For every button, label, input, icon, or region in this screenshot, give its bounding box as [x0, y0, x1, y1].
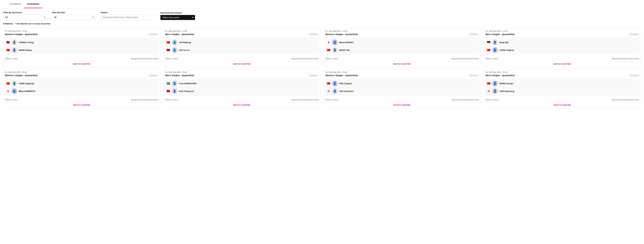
- players-section: 🇸🇪 👤 Truls MOREGARD 🇹🇼 👤 KAO Cheng-Jui: [164, 78, 320, 96]
- download-select[interactable]: Select Document: [160, 15, 195, 20]
- status-badge: Scheduled: [148, 74, 158, 77]
- venue-row: Infinity ∞ Arena Macao East Asian Games …: [163, 56, 321, 61]
- player-avatar: 👤: [332, 88, 338, 94]
- filters-row: Filter By Sub Event All Filter By Date A…: [0, 8, 644, 22]
- player-row: 🇨🇳 👤 SUN Yingsha: [327, 80, 478, 87]
- card-header: Fri, 13th Sep 2024 - 13:05 Men's Singles…: [163, 29, 321, 36]
- player-flag: 🇰🇷: [327, 90, 330, 93]
- venue-name: Infinity ∞ Arena: [165, 58, 178, 60]
- player-flag: 🇯🇵: [327, 41, 330, 44]
- filter-sub-event-select[interactable]: All: [3, 15, 47, 20]
- match-centre-button[interactable]: MATCH CENTRE: [163, 102, 321, 108]
- venue-name: Infinity ∞ Arena: [5, 58, 18, 60]
- player-avatar: 👤: [172, 40, 178, 45]
- venue-location: Macao East Asian Games Dome: [131, 99, 158, 101]
- filter-search: Search: [101, 11, 156, 20]
- player-row: 🇩🇪 👤 Dang QIU: [487, 39, 638, 46]
- player-flag: 🇹🇼: [6, 41, 10, 44]
- player-name: CHENG I-Ching: [19, 41, 34, 44]
- card-title: Women's Singles - Quarterfinal: [326, 74, 358, 77]
- player-flag: 🇨🇳: [6, 82, 10, 85]
- match-card: Fri, 13th Sep 2024 - 13:05 Men's Singles…: [163, 28, 321, 67]
- venue-location: Macao East Asian Games Dome: [292, 99, 318, 101]
- venue-name: Infinity ∞ Arena: [326, 58, 338, 60]
- player-row: 🇨🇳 👤 WANG Yidi: [327, 46, 478, 54]
- player-avatar: 👤: [12, 47, 17, 53]
- filter-sub-event: Filter By Sub Event All: [3, 11, 47, 20]
- tab-completed[interactable]: Completed: [6, 0, 24, 8]
- match-centre-button[interactable]: MATCH CENTRE: [163, 61, 321, 67]
- card-title-row: Men's Singles - Quarterfinal Scheduled: [486, 33, 639, 36]
- card-title-row: Women's Singles - Quarterfinal Scheduled: [326, 33, 479, 36]
- player-name: SUN Yingsha: [339, 82, 352, 85]
- player-name: CHEN Xingtong: [19, 82, 34, 85]
- player-row: 🇸🇪 👤 Truls MOREGARD: [166, 80, 318, 87]
- filter-search-label: Search: [101, 11, 156, 14]
- player-avatar: 👤: [492, 40, 498, 45]
- venue-name: Infinity ∞ Arena: [486, 58, 498, 60]
- match-note: * All matches are in venue local time: [15, 23, 50, 25]
- venue-row: Infinity ∞ Arena Macao East Asian Games …: [3, 97, 160, 102]
- card-datetime: Fri, 13th Sep 2024 - 20:15: [486, 71, 639, 73]
- player-name: Truls MOREGARD: [179, 82, 196, 85]
- card-header: Fri, 13th Sep 2024 - 12:30 Women's Singl…: [3, 29, 160, 36]
- player-name: LIN Yun-Ju: [179, 49, 190, 51]
- match-card: Fri, 13th Sep 2024 - 19:40 Women's Singl…: [323, 69, 481, 108]
- players-section: 🇨🇳 👤 CHEN Xingtong 🇯🇵 👤 Miwa HARIMOTO: [4, 78, 159, 96]
- match-card: Fri, 13th Sep 2024 - 12:30 Women's Singl…: [3, 28, 160, 67]
- card-datetime: Fri, 13th Sep 2024 - 18:30: [5, 71, 158, 73]
- card-datetime: Fri, 13th Sep 2024 - 13:40: [326, 30, 479, 32]
- filter-date-select[interactable]: All: [52, 15, 96, 20]
- venue-name: Infinity ∞ Arena: [165, 99, 178, 101]
- player-name: CHO Daeseong: [499, 90, 514, 92]
- player-row: 🇨🇳 👤 LIANG Jingkun: [487, 46, 638, 54]
- match-centre-button[interactable]: MATCH CENTRE: [3, 61, 160, 67]
- match-centre-button[interactable]: MATCH CENTRE: [324, 61, 481, 67]
- card-header: Fri, 13th Sep 2024 - 13:40 Women's Singl…: [324, 29, 481, 36]
- card-title: Men's Singles - Quarterfinal: [165, 74, 194, 77]
- match-count: 8 Matches: [3, 23, 13, 25]
- player-name: Miyuu KIHARA: [339, 41, 354, 44]
- player-name: JOO Cheonhui: [339, 90, 354, 92]
- card-title: Women's Singles - Quarterfinal: [326, 33, 358, 36]
- venue-location: Macao East Asian Games Dome: [131, 58, 158, 60]
- players-section: 🇨🇳 👤 LIN Shidong 🇹🇼 👤 LIN Yun-Ju: [164, 37, 320, 55]
- status-badge: Scheduled: [308, 74, 319, 77]
- venue-location: Macao East Asian Games Dome: [452, 99, 479, 101]
- player-flag: 🇨🇳: [327, 49, 330, 52]
- filter-sub-event-label: Filter By Sub Event: [3, 11, 47, 14]
- match-centre-button[interactable]: MATCH CENTRE: [484, 61, 641, 67]
- player-row: 🇨🇳 👤 LIN Shidong: [166, 39, 318, 46]
- search-input[interactable]: [101, 15, 156, 20]
- card-title: Women's Singles - Quarterfinal: [5, 33, 38, 36]
- card-title: Men's Singles - Quarterfinal: [486, 33, 514, 36]
- status-badge: Scheduled: [629, 74, 639, 77]
- match-centre-button[interactable]: MATCH CENTRE: [484, 102, 641, 108]
- status-badge: Scheduled: [148, 33, 158, 36]
- status-badge: Scheduled: [629, 33, 639, 36]
- venue-row: Infinity ∞ Arena Macao East Asian Games …: [324, 97, 481, 102]
- players-section: 🇨🇳 👤 SUN Yingsha 🇰🇷 👤 JOO Cheonhui: [325, 78, 480, 96]
- tab-scheduled[interactable]: Scheduled: [24, 0, 42, 8]
- match-centre-button[interactable]: MATCH CENTRE: [324, 102, 481, 108]
- card-title-row: Women's Singles - Quarterfinal Scheduled: [5, 74, 158, 77]
- venue-name: Infinity ∞ Arena: [326, 99, 338, 101]
- player-row: 🇨🇳 👤 WANG Manyu: [6, 46, 157, 54]
- player-flag: 🇯🇵: [6, 90, 10, 93]
- card-datetime: Fri, 13th Sep 2024 - 19:40: [326, 71, 479, 73]
- status-badge: Scheduled: [308, 33, 319, 36]
- venue-row: Infinity ∞ Arena Macao East Asian Games …: [324, 56, 481, 61]
- player-avatar: 👤: [332, 40, 338, 45]
- player-avatar: 👤: [492, 47, 498, 53]
- tabs-container: Completed Scheduled: [0, 0, 644, 8]
- player-avatar: 👤: [492, 81, 498, 86]
- player-flag: 🇨🇳: [166, 41, 170, 44]
- match-centre-button[interactable]: MATCH CENTRE: [3, 102, 160, 108]
- card-header: Fri, 13th Sep 2024 - 20:15 Men's Singles…: [484, 70, 641, 77]
- venue-row: Infinity ∞ Arena Macao East Asian Games …: [484, 97, 641, 102]
- filter-date-label: Filter By Date: [52, 11, 96, 14]
- player-avatar: 👤: [12, 40, 17, 45]
- player-avatar: 👤: [172, 81, 178, 86]
- card-datetime: Fri, 13th Sep 2024 - 12:30: [5, 30, 158, 32]
- player-flag: 🇰🇷: [487, 90, 490, 93]
